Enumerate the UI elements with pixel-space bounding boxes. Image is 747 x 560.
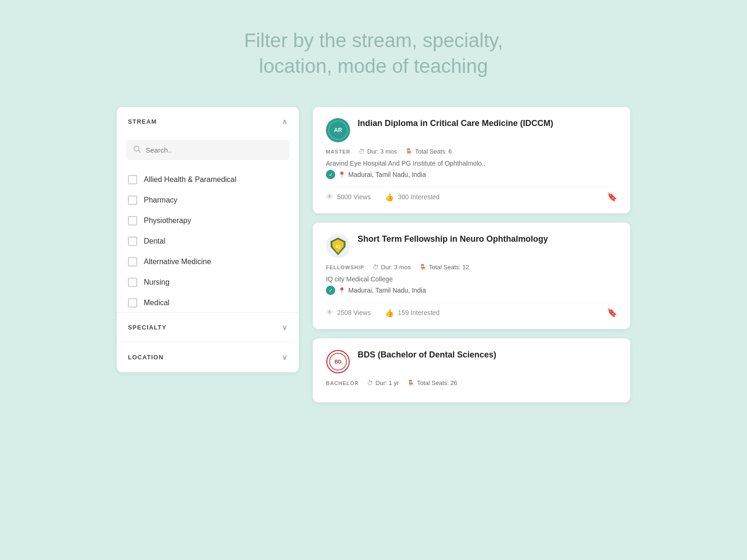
result-card-result3: BD BDS (Bachelor of Dental Sciences) BAC… [313,338,630,402]
card-meta-result3: BACHELOR ⏱ Dur: 1 yr 🪑 Total Seats: 26 [326,379,617,386]
card-title-result2: Short Term Fellowship in Neuro Ophthalmo… [358,234,548,245]
stream-item-allied[interactable]: Allied Health & Paramedical [117,169,299,190]
stream-item-label-medical: Medical [144,299,169,307]
specialty-label: SPECIALTY [128,324,167,331]
card-logo-result3: BD [326,350,350,374]
stream-list: Allied Health & Paramedical Pharmacy Phy… [117,168,299,312]
seats-icon: 🪑 [419,264,427,271]
bookmark-button-result2[interactable]: 🔖 [607,308,617,318]
stream-section-header[interactable]: STREAM ∧ [117,107,299,136]
stream-item-physio[interactable]: Physiotherapy [117,210,299,231]
stream-item-label-pharmacy: Pharmacy [144,196,177,204]
card-header-result3: BD BDS (Bachelor of Dental Sciences) [326,350,617,374]
views-icon: 👁 [326,308,333,317]
search-icon [133,145,141,155]
seats-text: Total Seats: 12 [429,264,469,271]
card-header-result1: AR Indian Diploma in Critical Care Medic… [326,118,617,142]
stream-item-label-alt: Alternative Medicine [144,258,211,266]
card-footer-result2: 👁 2508 Views 👍 159 Interested 🔖 [326,302,617,318]
seats-text: Total Seats: 6 [415,148,452,155]
stream-chevron-icon: ∧ [282,117,288,126]
main-layout: STREAM ∧ Allied Health & Paramedical Pha… [117,107,630,402]
seats-icon: 🪑 [405,148,413,155]
stream-label: STREAM [128,118,157,125]
card-badge-result1: MASTER [326,149,350,154]
location-section: LOCATION ∨ [117,343,299,372]
stream-item-nursing[interactable]: Nursing [117,272,299,293]
svg-text:BD: BD [335,359,341,364]
card-logo-result2: IQ [326,234,350,258]
interested-count: 300 Interested [398,193,440,201]
location-text: Madurai, Tamil Nadu, India [348,287,426,294]
like-icon: 👍 [385,308,394,317]
duration-item-result2: ⏱ Dur: 3 mos [373,264,411,271]
location-text: Madurai, Tamil Nadu, India [348,171,426,178]
stream-item-alt[interactable]: Alternative Medicine [117,252,299,272]
card-badge-result2: FELLOWSHIP [326,265,364,270]
card-meta-result1: MASTER ⏱ Dur: 3 mos 🪑 Total Seats: 6 [326,148,617,155]
card-title-result3: BDS (Bachelor of Dental Sciences) [358,350,496,360]
clock-icon: ⏱ [359,148,365,155]
bookmark-button-result1[interactable]: 🔖 [607,192,617,202]
svg-line-1 [138,151,140,153]
clock-icon: ⏱ [373,264,379,271]
interested-count: 159 Interested [398,309,440,316]
specialty-chevron-icon: ∨ [282,323,288,332]
stream-item-label-allied: Allied Health & Paramedical [144,175,236,184]
duration-text: Dur: 3 mos [367,148,397,155]
duration-text: Dur: 3 mos [381,264,411,271]
checkbox-nursing[interactable] [128,278,137,287]
stream-item-dental[interactable]: Dental [117,231,299,252]
svg-text:AR: AR [334,127,342,133]
clock-icon: ⏱ [367,379,373,386]
card-location-result1: ✓ 📍 Madurai, Tamil Nadu, India [326,170,617,179]
card-header-result2: IQ Short Term Fellowship in Neuro Ophtha… [326,234,617,258]
views-count: 5000 Views [337,193,371,201]
card-footer-result1: 👁 5000 Views 👍 300 Interested 🔖 [326,187,617,202]
verified-icon-result2: ✓ [326,286,335,295]
filter-panel: STREAM ∧ Allied Health & Paramedical Pha… [117,107,299,372]
stream-search-box [126,140,289,160]
interested-stat-result1: 👍 300 Interested [385,193,440,202]
duration-text: Dur: 1 yr [375,379,399,386]
checkbox-pharmacy[interactable] [128,196,137,205]
views-stat-result1: 👁 5000 Views [326,193,371,201]
interested-stat-result2: 👍 159 Interested [385,308,440,317]
results-panel: AR Indian Diploma in Critical Care Medic… [313,107,630,402]
views-count: 2508 Views [337,309,371,316]
location-section-header[interactable]: LOCATION ∨ [117,343,299,372]
seats-item-result1: 🪑 Total Seats: 6 [405,148,452,155]
card-title-result1: Indian Diploma in Critical Care Medicine… [358,118,553,129]
location-pin-icon: 📍 [338,171,345,178]
seats-item-result2: 🪑 Total Seats: 12 [419,264,469,271]
stream-item-label-nursing: Nursing [144,278,169,287]
stream-search-input[interactable] [146,146,283,154]
stream-item-pharmacy[interactable]: Pharmacy [117,190,299,210]
checkbox-physio[interactable] [128,216,137,225]
duration-item-result3: ⏱ Dur: 1 yr [367,379,399,386]
stream-item-label-physio: Physiotherapy [144,217,191,225]
specialty-section-header[interactable]: SPECIALTY ∨ [117,313,299,342]
svg-text:IQ: IQ [336,244,340,249]
views-stat-result2: 👁 2508 Views [326,308,371,317]
stream-item-medical[interactable]: Medical [117,293,299,312]
specialty-section: SPECIALTY ∨ [117,313,299,343]
location-label: LOCATION [128,354,164,361]
verified-icon-result1: ✓ [326,170,335,179]
checkbox-dental[interactable] [128,237,137,246]
checkbox-medical[interactable] [128,298,137,308]
seats-text: Total Seats: 26 [417,379,457,386]
result-card-result1: AR Indian Diploma in Critical Care Medic… [313,107,630,213]
card-institute-result2: IQ city Medical College [326,275,617,283]
location-chevron-icon: ∨ [282,353,288,362]
checkbox-alt[interactable] [128,257,137,266]
duration-item-result1: ⏱ Dur: 3 mos [359,148,397,155]
location-pin-icon: 📍 [338,287,345,294]
stream-section: STREAM ∧ Allied Health & Paramedical Pha… [117,107,299,313]
card-location-result2: ✓ 📍 Madurai, Tamil Nadu, India [326,286,617,295]
result-card-result2: IQ Short Term Fellowship in Neuro Ophtha… [313,223,630,329]
views-icon: 👁 [326,193,333,201]
checkbox-allied[interactable] [128,175,137,184]
like-icon: 👍 [385,193,394,202]
stream-item-label-dental: Dental [144,237,165,245]
